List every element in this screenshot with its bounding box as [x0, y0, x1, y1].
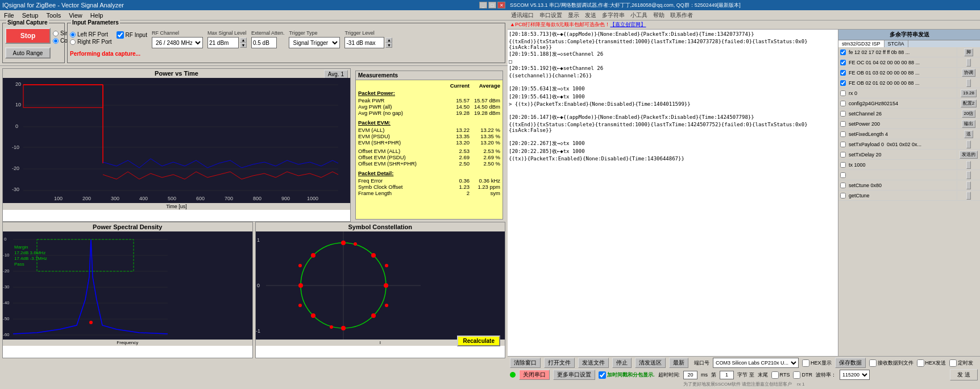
menu-help[interactable]: Help [89, 11, 105, 19]
continuous-radio[interactable] [53, 38, 59, 44]
multi-send-btn-3[interactable] [966, 79, 971, 87]
multi-send-btn-7[interactable]: 输出 [962, 120, 975, 128]
timeout-input[interactable] [683, 371, 697, 379]
trigger-level-spinner[interactable]: ▲ ▼ [385, 38, 392, 48]
trigger-type-select[interactable]: Signal Trigger [289, 37, 340, 48]
multi-checkbox-8[interactable] [840, 131, 846, 137]
multi-checkbox-14[interactable] [840, 193, 846, 198]
left-rf-port-radio[interactable] [70, 32, 76, 38]
menu-view[interactable]: View [67, 11, 84, 19]
multi-tab-0[interactable]: stm32/GD32 ISP [838, 40, 885, 47]
close-btn[interactable]: ✕ [497, 2, 505, 9]
rf-input-checkbox[interactable] [117, 31, 124, 39]
rf-input-row[interactable]: RF Input [117, 31, 147, 39]
hex-send-checkbox[interactable] [917, 359, 924, 367]
multi-input-3[interactable] [848, 78, 957, 88]
trigger-level-down[interactable]: ▼ [385, 43, 392, 48]
open-file-btn[interactable]: 打开文件 [544, 358, 575, 368]
multi-input-7[interactable] [848, 119, 957, 129]
hex-display-checkbox[interactable] [802, 359, 809, 367]
max-signal-down[interactable]: ▼ [240, 43, 247, 48]
multi-checkbox-7[interactable] [840, 121, 846, 127]
sscom-menu-multistr[interactable]: 多字符串 [601, 11, 626, 20]
multi-input-9[interactable] [848, 140, 957, 149]
multi-btn-0[interactable]: 脚 [957, 48, 980, 56]
multi-input-1[interactable] [848, 58, 957, 67]
multi-input-13[interactable] [848, 181, 957, 190]
multi-send-btn-1[interactable] [966, 59, 971, 67]
sscom-menu-send[interactable]: 发送 [584, 11, 597, 20]
maximize-btn[interactable]: □ [488, 2, 496, 9]
max-signal-spinner[interactable]: ▲ ▼ [240, 38, 247, 48]
rts-checkbox[interactable] [771, 371, 779, 379]
clear-send-btn[interactable]: 清发送区 [635, 358, 666, 368]
page-input[interactable] [720, 371, 734, 379]
multi-checkbox-0[interactable] [840, 49, 846, 55]
baud-select[interactable]: 115200 [840, 370, 870, 380]
multi-send-btn-0[interactable]: 脚 [964, 48, 973, 56]
multi-checkbox-5[interactable] [840, 101, 846, 106]
save-data-btn[interactable]: 保存数据 [835, 358, 866, 368]
multi-send-btn-8[interactable]: 送 [964, 130, 973, 138]
recalculate-button[interactable]: Recalculate [457, 336, 500, 346]
multi-checkbox-4[interactable] [840, 90, 846, 96]
multi-input-6[interactable] [848, 109, 957, 118]
com-select[interactable]: COM3 Silicon Labs CP210x U... [713, 358, 799, 368]
stop-button[interactable]: Stop [5, 28, 51, 44]
multi-input-2[interactable] [848, 68, 957, 77]
multi-send-btn-4[interactable]: 19.28 [961, 89, 977, 97]
minimize-btn[interactable]: _ [479, 2, 487, 9]
multi-tab-1[interactable]: STC/IA [885, 40, 908, 47]
multi-input-10[interactable] [848, 150, 957, 159]
multi-send-btn-9[interactable] [966, 140, 971, 148]
multi-send-btn-11[interactable] [966, 161, 971, 169]
sscom-menu-tools[interactable]: 小工具 [629, 11, 649, 20]
left-rf-port-item[interactable]: Left RF Port [70, 31, 112, 38]
right-rf-port-radio[interactable] [70, 39, 76, 45]
multi-input-11[interactable] [848, 160, 957, 169]
rf-channel-select[interactable]: 26 / 2480 MHz [152, 37, 203, 48]
multi-input-12[interactable] [848, 171, 957, 180]
multi-send-btn-13[interactable] [966, 181, 971, 189]
sscom-menu-portset[interactable]: 串口设置 [538, 11, 563, 20]
sscom-menu-help[interactable]: 帮助 [652, 11, 666, 20]
timed-send-checkbox[interactable] [949, 359, 957, 367]
menu-setup[interactable]: Setup [20, 11, 40, 19]
avg-button[interactable]: Avg. 1 [324, 70, 348, 78]
close-port-btn[interactable]: 关闭串口 [519, 370, 550, 380]
trigger-level-up[interactable]: ▲ [385, 38, 392, 43]
multi-checkbox-12[interactable] [840, 172, 846, 178]
trigger-level-input[interactable]: -31 dB max [344, 37, 384, 48]
log-area[interactable]: [20:18:53.713]收←◆{(appMode)}{None:Enable… [508, 30, 838, 356]
multi-send-btn-2[interactable]: 协调 [962, 69, 975, 77]
multi-checkbox-1[interactable] [840, 60, 846, 65]
multi-input-8[interactable] [848, 130, 957, 139]
latest-btn[interactable]: 最新 [669, 358, 688, 368]
multi-send-btn-6[interactable]: 20信 [962, 110, 976, 118]
multi-input-14[interactable] [848, 191, 957, 200]
multi-input-5[interactable] [848, 99, 957, 108]
sscom-stop-btn[interactable]: 停止 [612, 358, 632, 368]
sscom-menu-display[interactable]: 显示 [567, 11, 580, 20]
dtr-checkbox[interactable] [793, 371, 800, 379]
single-radio[interactable] [53, 31, 59, 36]
timestamp-checkbox[interactable] [599, 371, 606, 379]
multi-send-btn-14[interactable] [966, 192, 971, 200]
menu-tools[interactable]: Tools [44, 11, 63, 19]
multi-checkbox-10[interactable] [840, 152, 846, 158]
menu-file[interactable]: File [2, 11, 16, 19]
right-rf-port-item[interactable]: Right RF Port [70, 39, 112, 45]
multi-checkbox-3[interactable] [840, 80, 846, 86]
multi-checkbox-9[interactable] [840, 142, 846, 147]
multi-check-0[interactable] [838, 49, 848, 55]
multi-input-4[interactable] [848, 89, 957, 98]
multi-checkbox-11[interactable] [840, 162, 846, 168]
sscom-menu-port[interactable]: 通讯端口 [510, 11, 535, 20]
clear-window-btn[interactable]: 清除窗口 [510, 358, 541, 368]
multi-send-btn-12[interactable] [966, 171, 971, 179]
auto-range-button[interactable]: Auto Range [5, 47, 51, 59]
max-signal-up[interactable]: ▲ [240, 38, 247, 43]
send-btn[interactable]: 发 送 [950, 369, 978, 380]
sscom-menu-contact[interactable]: 联系作者 [669, 11, 694, 20]
multi-checkbox-2[interactable] [840, 70, 846, 76]
